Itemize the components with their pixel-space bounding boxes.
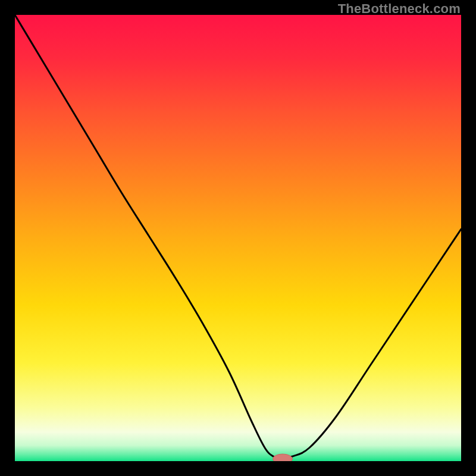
gradient-background (15, 15, 461, 461)
chart-container: TheBottleneck.com (0, 0, 476, 476)
plot-svg (15, 15, 461, 461)
